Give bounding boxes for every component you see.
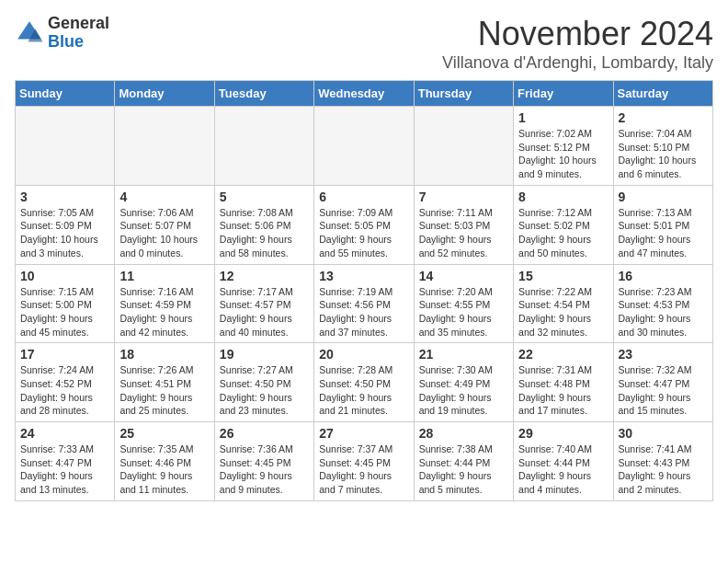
day-info: Sunrise: 7:35 AM Sunset: 4:46 PM Dayligh… (119, 442, 209, 497)
calendar-cell: 22Sunrise: 7:31 AM Sunset: 4:48 PM Dayli… (514, 343, 613, 422)
day-number: 3 (20, 190, 109, 204)
day-number: 9 (619, 190, 708, 204)
day-number: 2 (619, 110, 708, 125)
weekday-header-wednesday: Wednesday (314, 81, 414, 107)
day-info: Sunrise: 7:17 AM Sunset: 4:57 PM Dayligh… (220, 285, 309, 339)
calendar-cell: 12Sunrise: 7:17 AM Sunset: 4:57 PM Dayli… (214, 264, 313, 343)
location-title: Villanova d'Ardenghi, Lombardy, Italy (442, 53, 713, 73)
calendar-cell: 2Sunrise: 7:04 AM Sunset: 5:10 PM Daylig… (613, 107, 712, 186)
day-number: 27 (319, 426, 408, 441)
day-number: 7 (419, 190, 508, 204)
day-number: 10 (20, 269, 109, 283)
calendar-cell: 15Sunrise: 7:22 AM Sunset: 4:54 PM Dayli… (514, 264, 613, 343)
day-number: 24 (20, 426, 109, 441)
calendar-cell: 7Sunrise: 7:11 AM Sunset: 5:03 PM Daylig… (414, 185, 513, 264)
day-number: 4 (119, 190, 209, 204)
calendar-cell: 30Sunrise: 7:41 AM Sunset: 4:43 PM Dayli… (613, 422, 712, 501)
logo-general-text: General (48, 15, 109, 33)
calendar-week-row: 10Sunrise: 7:15 AM Sunset: 5:00 PM Dayli… (16, 264, 713, 343)
day-info: Sunrise: 7:16 AM Sunset: 4:59 PM Dayligh… (119, 285, 209, 339)
calendar-cell: 14Sunrise: 7:20 AM Sunset: 4:55 PM Dayli… (414, 264, 513, 343)
day-number: 29 (518, 426, 608, 441)
calendar-cell: 5Sunrise: 7:08 AM Sunset: 5:06 PM Daylig… (214, 185, 313, 264)
month-title: November 2024 (442, 15, 713, 53)
day-info: Sunrise: 7:28 AM Sunset: 4:50 PM Dayligh… (319, 363, 408, 418)
day-number: 22 (518, 347, 608, 362)
day-number: 20 (319, 347, 408, 362)
calendar-cell: 24Sunrise: 7:33 AM Sunset: 4:47 PM Dayli… (16, 422, 115, 501)
calendar-cell: 10Sunrise: 7:15 AM Sunset: 5:00 PM Dayli… (16, 264, 115, 343)
logo-blue-text: Blue (48, 33, 109, 52)
day-number: 16 (619, 269, 708, 283)
day-info: Sunrise: 7:15 AM Sunset: 5:00 PM Dayligh… (20, 285, 109, 339)
weekday-header-tuesday: Tuesday (214, 81, 313, 107)
day-info: Sunrise: 7:32 AM Sunset: 4:47 PM Dayligh… (619, 363, 708, 418)
day-info: Sunrise: 7:36 AM Sunset: 4:45 PM Dayligh… (220, 442, 309, 497)
day-info: Sunrise: 7:08 AM Sunset: 5:06 PM Dayligh… (220, 206, 309, 260)
calendar-cell: 26Sunrise: 7:36 AM Sunset: 4:45 PM Dayli… (214, 422, 313, 501)
day-number: 12 (220, 269, 309, 283)
day-info: Sunrise: 7:23 AM Sunset: 4:53 PM Dayligh… (619, 285, 708, 339)
day-info: Sunrise: 7:22 AM Sunset: 4:54 PM Dayligh… (518, 285, 608, 339)
day-info: Sunrise: 7:33 AM Sunset: 4:47 PM Dayligh… (20, 442, 109, 497)
day-info: Sunrise: 7:27 AM Sunset: 4:50 PM Dayligh… (220, 363, 309, 418)
calendar-cell (115, 107, 214, 186)
day-info: Sunrise: 7:06 AM Sunset: 5:07 PM Dayligh… (119, 206, 209, 260)
day-info: Sunrise: 7:12 AM Sunset: 5:02 PM Dayligh… (518, 206, 608, 260)
day-info: Sunrise: 7:02 AM Sunset: 5:12 PM Dayligh… (518, 127, 608, 181)
day-info: Sunrise: 7:13 AM Sunset: 5:01 PM Dayligh… (619, 206, 708, 260)
calendar-cell: 16Sunrise: 7:23 AM Sunset: 4:53 PM Dayli… (613, 264, 712, 343)
calendar-cell: 18Sunrise: 7:26 AM Sunset: 4:51 PM Dayli… (115, 343, 214, 422)
day-info: Sunrise: 7:30 AM Sunset: 4:49 PM Dayligh… (419, 363, 508, 418)
calendar-cell (214, 107, 313, 186)
day-number: 1 (518, 110, 608, 125)
day-info: Sunrise: 7:37 AM Sunset: 4:45 PM Dayligh… (319, 442, 408, 497)
logo: General Blue (15, 15, 109, 52)
calendar-cell: 17Sunrise: 7:24 AM Sunset: 4:52 PM Dayli… (16, 343, 115, 422)
day-info: Sunrise: 7:04 AM Sunset: 5:10 PM Dayligh… (619, 127, 708, 181)
day-info: Sunrise: 7:09 AM Sunset: 5:05 PM Dayligh… (319, 206, 408, 260)
title-section: November 2024 Villanova d'Ardenghi, Lomb… (442, 15, 713, 73)
weekday-header-monday: Monday (115, 81, 214, 107)
day-number: 8 (518, 190, 608, 204)
calendar-cell: 9Sunrise: 7:13 AM Sunset: 5:01 PM Daylig… (613, 185, 712, 264)
calendar-cell (314, 107, 414, 186)
day-number: 14 (419, 269, 508, 283)
calendar-cell: 8Sunrise: 7:12 AM Sunset: 5:02 PM Daylig… (514, 185, 613, 264)
day-number: 21 (419, 347, 508, 362)
day-number: 23 (619, 347, 708, 362)
day-info: Sunrise: 7:31 AM Sunset: 4:48 PM Dayligh… (518, 363, 608, 418)
calendar-cell: 4Sunrise: 7:06 AM Sunset: 5:07 PM Daylig… (115, 185, 214, 264)
day-info: Sunrise: 7:26 AM Sunset: 4:51 PM Dayligh… (119, 363, 209, 418)
calendar-week-row: 17Sunrise: 7:24 AM Sunset: 4:52 PM Dayli… (16, 343, 713, 422)
calendar-cell: 29Sunrise: 7:40 AM Sunset: 4:44 PM Dayli… (514, 422, 613, 501)
calendar-cell: 25Sunrise: 7:35 AM Sunset: 4:46 PM Dayli… (115, 422, 214, 501)
day-number: 18 (119, 347, 209, 362)
calendar-cell: 11Sunrise: 7:16 AM Sunset: 4:59 PM Dayli… (115, 264, 214, 343)
weekday-header-friday: Friday (514, 81, 613, 107)
logo-icon (15, 18, 44, 48)
day-number: 25 (119, 426, 209, 441)
calendar-cell: 1Sunrise: 7:02 AM Sunset: 5:12 PM Daylig… (514, 107, 613, 186)
calendar-week-row: 3Sunrise: 7:05 AM Sunset: 5:09 PM Daylig… (16, 185, 713, 264)
calendar-cell: 3Sunrise: 7:05 AM Sunset: 5:09 PM Daylig… (16, 185, 115, 264)
weekday-header-saturday: Saturday (613, 81, 712, 107)
day-info: Sunrise: 7:38 AM Sunset: 4:44 PM Dayligh… (419, 442, 508, 497)
day-number: 28 (419, 426, 508, 441)
calendar-cell: 21Sunrise: 7:30 AM Sunset: 4:49 PM Dayli… (414, 343, 513, 422)
day-number: 17 (20, 347, 109, 362)
day-info: Sunrise: 7:41 AM Sunset: 4:43 PM Dayligh… (619, 442, 708, 497)
day-number: 19 (220, 347, 309, 362)
calendar-cell: 23Sunrise: 7:32 AM Sunset: 4:47 PM Dayli… (613, 343, 712, 422)
calendar-cell: 20Sunrise: 7:28 AM Sunset: 4:50 PM Dayli… (314, 343, 414, 422)
calendar-cell (16, 107, 115, 186)
day-number: 15 (518, 269, 608, 283)
day-number: 30 (619, 426, 708, 441)
day-info: Sunrise: 7:05 AM Sunset: 5:09 PM Dayligh… (20, 206, 109, 260)
calendar-cell (414, 107, 513, 186)
weekday-header-sunday: Sunday (16, 81, 115, 107)
day-info: Sunrise: 7:24 AM Sunset: 4:52 PM Dayligh… (20, 363, 109, 418)
calendar-cell: 13Sunrise: 7:19 AM Sunset: 4:56 PM Dayli… (314, 264, 414, 343)
day-number: 6 (319, 190, 408, 204)
day-number: 11 (119, 269, 209, 283)
